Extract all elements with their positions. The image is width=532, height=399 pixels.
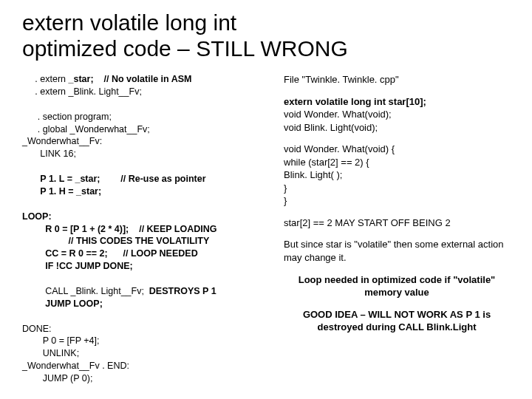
l6: LINK 16; (22, 149, 76, 159)
l9: LOOP: (22, 211, 52, 222)
note-start-off: star[2] == 2 MAY START OFF BEING 2 (284, 216, 510, 230)
fn-line-3: Blink. Light( ); (284, 169, 342, 180)
l16: DONE: (22, 324, 52, 334)
l1a: . extern (22, 74, 69, 84)
note-loop-needed: Loop needed in optimized code if "volati… (284, 273, 510, 299)
l19: _Wonderwhat__Fv . END: (22, 361, 129, 371)
slide-title: extern volatile long int optimized code … (22, 10, 510, 61)
l18: UNLINK; (22, 348, 79, 358)
decl-line-3: void Blink. Light(void); (284, 122, 378, 133)
decl-line-1: extern volatile long int star[10]; (284, 96, 426, 107)
decl-line-2: void Wonder. What(void); (284, 109, 392, 120)
l3: . section program; (22, 112, 112, 122)
fn-line-4: } (284, 183, 287, 194)
file-caption: File "Twinkle. Twinkle. cpp" (284, 73, 510, 86)
l8: P 1. H = _star; (22, 186, 101, 197)
l15: JUMP LOOP; (22, 299, 103, 309)
l2: . extern _Blink. Light__Fv; (22, 86, 142, 97)
l1b: _star; (69, 74, 94, 84)
left-code-column: . extern _star; // No volatile in ASM . … (22, 73, 266, 385)
fn-line-5: } (284, 195, 287, 206)
l10: R 0 = [P 1 + (2 * 4)]; // KEEP LOADING (22, 224, 217, 234)
right-text-column: File "Twinkle. Twinkle. cpp" extern vola… (284, 73, 510, 385)
blank3 (22, 199, 24, 209)
l14b: DESTROYS P 1 (149, 286, 216, 296)
fn-line-2: while (star[2] == 2) { (284, 157, 369, 168)
l13: IF !CC JUMP DONE; (22, 261, 133, 271)
l4: . global _Wonderwhat__Fv; (22, 124, 150, 134)
l14a: CALL _Blink. Light__Fv; (22, 286, 149, 296)
blank1 (22, 99, 24, 109)
note-volatile-external: But since star is "volatile" then some e… (284, 238, 510, 264)
content-columns: . extern _star; // No volatile in ASM . … (22, 73, 510, 385)
l11: // THIS CODES THE VOLATILITY (22, 236, 209, 246)
blank5 (22, 311, 24, 321)
fn-line-1: void Wonder. What(void) { (284, 143, 395, 154)
declarations-block: extern volatile long int star[10]; void … (284, 95, 510, 134)
l20: JUMP (P 0); (22, 373, 92, 383)
l1c: // No volatile in ASM (94, 74, 192, 84)
blank2 (22, 161, 24, 171)
l5: _Wonderwhat__Fv: (22, 136, 102, 146)
l12: CC = R 0 == 2; // LOOP NEEDED (22, 248, 198, 259)
note-good-idea: GOOD IDEA – WILL NOT WORK AS P 1 is dest… (284, 308, 510, 334)
function-block: void Wonder. What(void) { while (star[2]… (284, 143, 510, 208)
blank4 (22, 273, 24, 284)
l7: P 1. L = _star; // Re-use as pointer (22, 174, 206, 184)
l17: P 0 = [FP +4]; (22, 335, 99, 346)
